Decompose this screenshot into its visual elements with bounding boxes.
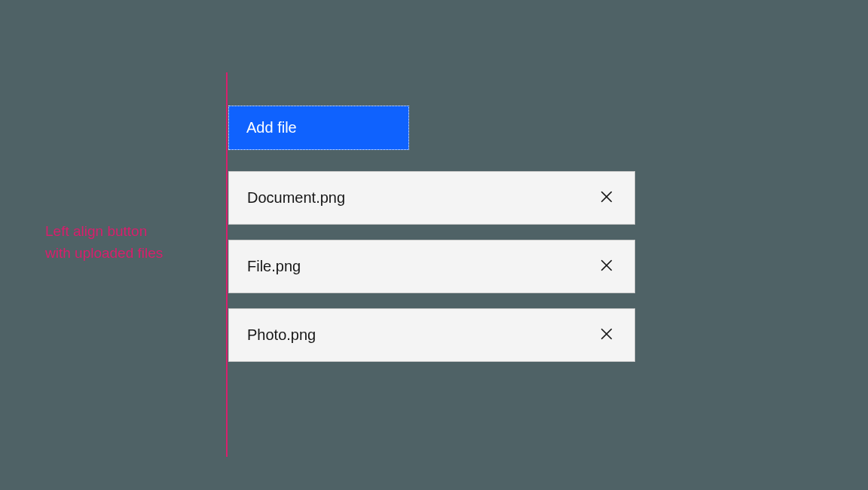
- annotation-text: Left align button with uploaded files: [45, 221, 163, 264]
- file-item: Photo.png: [228, 308, 635, 362]
- remove-file-button[interactable]: [597, 187, 616, 209]
- file-name-label: Photo.png: [247, 326, 316, 344]
- remove-file-button[interactable]: [597, 256, 616, 277]
- add-file-button[interactable]: Add file: [228, 106, 409, 150]
- annotation-line-1: Left align button: [45, 223, 147, 239]
- file-item: Document.png: [228, 171, 635, 225]
- file-name-label: Document.png: [247, 189, 345, 207]
- file-name-label: File.png: [247, 258, 301, 275]
- remove-file-button[interactable]: [597, 324, 616, 346]
- file-item: File.png: [228, 240, 635, 293]
- close-icon: [600, 190, 613, 206]
- alignment-guide-line: [226, 72, 228, 457]
- annotation-line-2: with uploaded files: [45, 245, 163, 261]
- close-icon: [600, 259, 613, 274]
- close-icon: [600, 327, 613, 343]
- upload-content-area: Add file Document.png File.png Photo.png: [228, 106, 635, 377]
